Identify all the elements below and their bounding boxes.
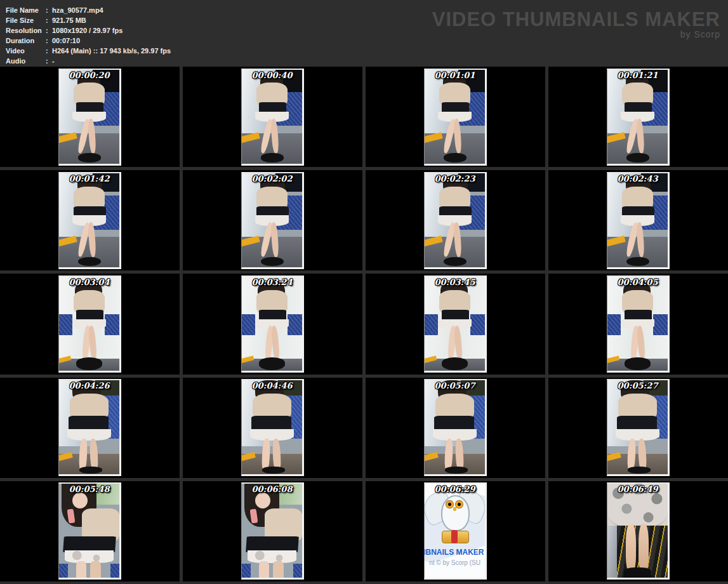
metadata-header: File Name : hza_90577.mp4 File Size : 92… [0, 0, 728, 67]
video-thumbnail: MBNAILS MAKER 8 nt © by Scorp (SU 00:06:… [607, 482, 670, 580]
metadata-row: File Size : 921.75 MB [6, 15, 171, 25]
figure-shoes [444, 257, 467, 267]
video-thumbnail: MBNAILS MAKER 8 nt © by Scorp (SU 00:05:… [58, 482, 121, 580]
figure-shoes [261, 153, 284, 163]
timestamp-label: 00:02:43 [607, 174, 668, 183]
timestamp-label: 00:05:27 [607, 381, 668, 390]
thumbnail-cell: MBNAILS MAKER 8 nt © by Scorp (SU 00:02:… [366, 170, 545, 270]
figure-leg [626, 524, 635, 571]
figure-skirt [248, 550, 297, 562]
app-brand: VIDEO THUMBNAILS MAKER by Scorp [432, 10, 720, 39]
figure-shoes [626, 153, 649, 163]
figure-shoes [259, 357, 286, 369]
watermark-text-line1: MBNAILS MAKER 8 [424, 548, 487, 557]
video-thumbnail: MBNAILS MAKER 8 nt © by Scorp (SU 00:05:… [424, 379, 487, 476]
video-thumbnail: MBNAILS MAKER 8 nt © by Scorp (SU 00:04:… [607, 275, 670, 373]
video-thumbnail: MBNAILS MAKER 8 nt © by Scorp (SU 00:06:… [424, 482, 487, 580]
metadata-separator: : [46, 5, 52, 15]
figure-leg [76, 561, 86, 578]
timestamp-label: 00:03:24 [242, 277, 302, 287]
video-thumbnail: MBNAILS MAKER 8 nt © by Scorp (SU 00:01:… [58, 172, 121, 269]
thumbnail-cell: MBNAILS MAKER 8 nt © by Scorp (SU 00:00:… [183, 67, 362, 167]
thumbnail-cell: MBNAILS MAKER 8 nt © by Scorp (SU 00:05:… [0, 481, 180, 581]
figure-leg [90, 561, 100, 578]
figure-face [255, 493, 270, 508]
metadata-row: Resolution : 1080x1920 / 29.97 fps [6, 25, 171, 36]
metadata-value: H264 (Main) :: 17 943 kb/s, 29.97 fps [52, 46, 171, 56]
metadata-value: - [52, 56, 55, 66]
timestamp-label: 00:06:29 [425, 484, 485, 494]
timestamp-label: 00:03:04 [59, 277, 119, 287]
thumbnail-cell: MBNAILS MAKER 8 nt © by Scorp (SU 00:00:… [0, 67, 180, 167]
thumbnail-cell: MBNAILS MAKER 8 nt © by Scorp (SU 00:01:… [548, 67, 728, 167]
metadata-label: File Name [6, 5, 46, 15]
metadata-label: Resolution [6, 25, 46, 36]
figure-leg [259, 561, 269, 578]
figure-shoes [626, 257, 649, 267]
timestamp-label: 00:03:45 [425, 277, 485, 287]
timestamp-label: 00:01:01 [425, 70, 485, 80]
timestamp-label: 00:01:42 [59, 174, 119, 183]
watermark-text-line2: nt © by Scorp (SU [424, 559, 487, 566]
scene-seat-left [110, 564, 119, 578]
file-metadata-block: File Name : hza_90577.mp4 File Size : 92… [6, 5, 171, 66]
timestamp-label: 00:04:46 [242, 381, 302, 390]
timestamp-label: 00:01:21 [607, 70, 668, 80]
video-thumbnail: MBNAILS MAKER 8 nt © by Scorp (SU 00:02:… [241, 172, 304, 269]
video-thumbnail: MBNAILS MAKER 8 nt © by Scorp (SU 00:01:… [607, 69, 670, 166]
video-thumbnail: MBNAILS MAKER 8 nt © by Scorp (SU 00:00:… [241, 69, 304, 166]
thumbnail-cell: MBNAILS MAKER 8 nt © by Scorp (SU 00:06:… [183, 481, 362, 581]
thumbnail-cell: MBNAILS MAKER 8 nt © by Scorp (SU 00:04:… [0, 378, 180, 478]
figure-shoes [76, 357, 103, 369]
metadata-separator: : [46, 15, 52, 25]
owl-eye-icon [455, 500, 463, 509]
timestamp-label: 00:06:49 [607, 484, 668, 494]
thumbnail-cell: MBNAILS MAKER 8 nt © by Scorp (SU 00:01:… [0, 170, 180, 270]
thumbnail-cell: MBNAILS MAKER 8 nt © by Scorp (SU 00:04:… [183, 378, 362, 478]
metadata-value: 1080x1920 / 29.97 fps [52, 25, 122, 36]
thumbnail-cell: MBNAILS MAKER 8 nt © by Scorp (SU 00:04:… [548, 274, 728, 374]
video-thumbnail: MBNAILS MAKER 8 nt © by Scorp (SU 00:05:… [607, 379, 670, 476]
figure-shoes [78, 153, 101, 163]
metadata-separator: : [46, 56, 52, 66]
thumbnail-cell: MBNAILS MAKER 8 nt © by Scorp (SU 00:06:… [366, 481, 545, 581]
figure-skirt [250, 429, 293, 441]
video-thumbnail: MBNAILS MAKER 8 nt © by Scorp (SU 00:03:… [58, 275, 121, 373]
timestamp-label: 00:04:05 [607, 277, 668, 287]
thumbnail-cell: MBNAILS MAKER 8 nt © by Scorp (SU 00:02:… [183, 170, 362, 270]
video-thumbnail: MBNAILS MAKER 8 nt © by Scorp (SU 00:00:… [58, 69, 121, 166]
figure-skirt [67, 429, 110, 441]
figure-skirt [433, 429, 476, 441]
metadata-row: File Name : hza_90577.mp4 [6, 5, 171, 15]
owl-eye-icon [446, 500, 453, 509]
figure-shoes [261, 257, 284, 267]
video-thumbnail: MBNAILS MAKER 8 nt © by Scorp (SU 00:04:… [58, 379, 121, 476]
thumbnail-cell: MBNAILS MAKER 8 nt © by Scorp (SU 00:03:… [0, 274, 180, 374]
thumbnail-cell: MBNAILS MAKER 8 nt © by Scorp (SU 00:01:… [366, 67, 545, 167]
timestamp-label: 00:02:02 [242, 174, 302, 183]
figure-skirt [616, 429, 659, 441]
figure-shoes [78, 257, 101, 267]
video-thumbnail: MBNAILS MAKER 8 nt © by Scorp (SU 00:03:… [424, 275, 487, 373]
video-thumbnail: MBNAILS MAKER 8 nt © by Scorp (SU 00:02:… [607, 172, 670, 269]
metadata-row: Video : H264 (Main) :: 17 943 kb/s, 29.9… [6, 46, 171, 56]
ribbon-icon [451, 530, 458, 543]
timestamp-label: 00:04:26 [59, 381, 119, 390]
scene-seat-left [425, 314, 438, 335]
metadata-label: Video [6, 46, 46, 56]
figure-shoes [444, 153, 467, 163]
scene-seat-left [59, 314, 72, 335]
video-thumbnail: MBNAILS MAKER 8 nt © by Scorp (SU 00:04:… [241, 379, 304, 476]
scene-seat [653, 314, 668, 335]
metadata-separator: : [46, 36, 52, 46]
thumbnail-cell: MBNAILS MAKER 8 nt © by Scorp (SU 00:05:… [548, 378, 728, 478]
figure-shoes [628, 467, 651, 473]
video-thumbnail: MBNAILS MAKER 8 nt © by Scorp (SU 00:06:… [241, 482, 304, 580]
figure-shoes [262, 467, 285, 473]
figure-leg [273, 561, 283, 578]
figure-shoes [624, 567, 652, 578]
scene-seat [242, 564, 251, 578]
figure-shoes [79, 467, 102, 473]
thumbnail-cell: MBNAILS MAKER 8 nt © by Scorp (SU 00:03:… [183, 274, 362, 374]
scene-seat-left [607, 314, 621, 335]
